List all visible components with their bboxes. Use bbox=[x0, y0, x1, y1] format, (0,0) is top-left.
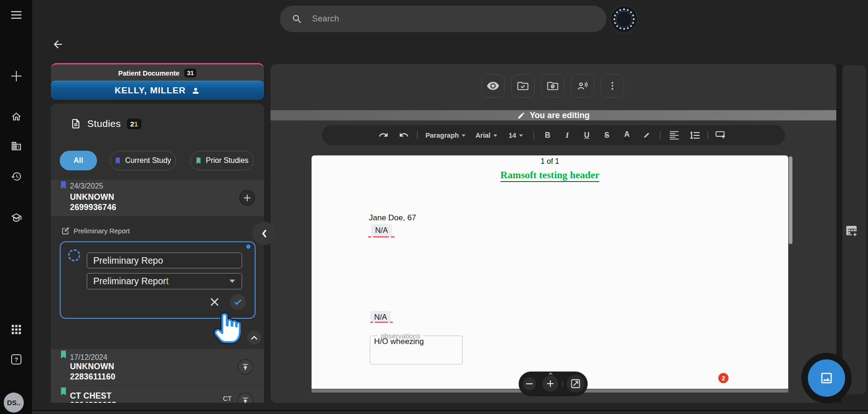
svg-text:?: ? bbox=[14, 356, 18, 363]
